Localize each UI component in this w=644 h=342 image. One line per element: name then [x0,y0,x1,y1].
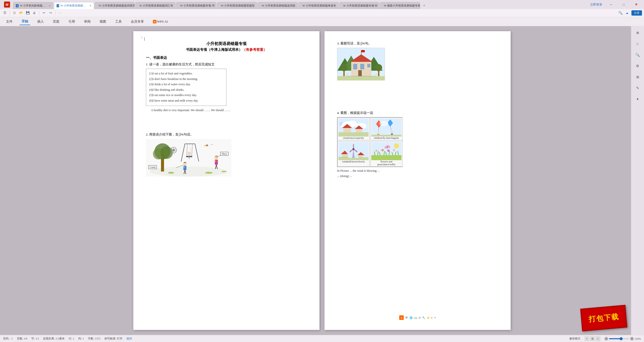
settings-info: 设置距离: 2.5厘米 [43,337,65,340]
sidebar-icon-5[interactable]: ⊞ [633,72,642,81]
ribbon-tab-insert[interactable]: 插入 [35,18,46,25]
zoom-slider-thumb[interactable] [620,337,623,340]
ribbon-tab-ai[interactable]: AI WPS AI [151,19,170,25]
window-controls: 立即登录 ─ □ ✕ [588,0,644,9]
svg-point-28 [160,146,173,159]
zoom-slider[interactable] [609,338,629,339]
cloud-sync-icon[interactable]: ☁ [626,11,628,15]
q4-grid: clouds/move/quickly [337,117,403,167]
grid-cell-1: clouds/move/quickly [337,117,370,140]
grid-cell-3: windmill/move/slowly [337,141,370,167]
ribbon-tab-home[interactable]: 开始 [20,18,30,25]
view-mode: 兼容模式 [569,337,580,340]
search-icon[interactable]: 🔍 [618,11,623,15]
tab-4[interactable]: W W 小升初英语易错题词汇专 ✕ [135,2,176,9]
q4-title: 4. 看图，根据提示说一说 [337,111,498,115]
word-count: 字数: 1372 [88,337,100,340]
svg-rect-121 [358,157,369,158]
open-icon[interactable]: 📂 [18,10,24,16]
ribbon-tab-reference[interactable]: 引用 [66,18,77,25]
sidebar-icon-7[interactable]: ♦ [633,95,642,104]
tab-9[interactable]: W W 小升初英语易错题专项·补 ✕ [339,2,379,9]
svg-rect-80 [337,76,385,80]
row-info: 列: 1 [78,337,84,340]
zoom-in-button[interactable]: + [630,337,634,340]
svg-line-35 [181,144,185,161]
tab-6[interactable]: W W 小升初英语易错题型题型 ✕ [217,2,257,9]
zoom-level: 110% [635,337,641,340]
grid-cell-4: flowers and grass/dance/softly [370,141,403,167]
view-btn-1[interactable]: ≡ [584,336,589,341]
ribbon-tab-review[interactable]: 审阅 [82,18,93,25]
drag-handle: ⠿ [141,36,143,39]
print-icon[interactable]: 🖨 [31,10,37,16]
section-info: 节: 1/1 [31,337,39,340]
total-pages: 页数: 1/8 [17,337,27,340]
tab-7[interactable]: W W 小升初英语易错题连词组 ✕ [258,2,298,9]
sidebar-icon-6[interactable]: ✎ [633,83,642,93]
sidebar-icon-1[interactable]: ⊕ [633,28,642,37]
svg-line-39 [192,144,192,156]
login-button[interactable]: 立即登录 [588,3,604,7]
sidebar-icon-3[interactable]: 🔍 [633,50,642,59]
choice-box: (1)I eat a lot of fruit and vegetables. … [146,69,226,106]
svg-text:W: W [16,5,18,7]
svg-rect-119 [338,158,369,160]
ribbon-tab-file[interactable]: 文件 [4,18,15,25]
more-tools-icon[interactable]: ⋯ [58,10,63,16]
view-btn-2[interactable]: ⊞ [590,336,595,341]
svg-rect-72 [361,50,365,52]
undo-icon[interactable]: ↩ [41,10,47,16]
sidebar-icon-2[interactable]: ☆ [633,39,642,48]
view-buttons: ≡ ⊞ □ [584,336,600,341]
q1-prompt: A healthy diet is very important. We sho… [146,108,307,112]
svg-point-45 [206,144,208,146]
q4-prompt-2: ... (doing) ... [337,174,498,178]
maximize-button[interactable]: □ [618,1,629,8]
tab-1[interactable]: W W 小升初光影错题专项 ✕ [13,2,53,9]
download-badge[interactable]: 打包下载 [580,305,627,331]
svg-point-74 [346,73,348,75]
svg-point-136 [382,150,383,151]
tab-8[interactable]: W W 小升初英语易错题单选专 ✕ [298,2,339,9]
svg-line-38 [187,144,187,156]
page-number: 页码：1 [3,337,13,340]
share-icon[interactable]: 分享 [631,10,642,16]
svg-rect-120 [338,157,348,158]
q4-prompt-1: In Picture ... the wind is blowing ... [337,169,498,173]
ribbon-tab-page[interactable]: 页面 [51,18,61,25]
choice-5: (5)I eat some rice or noodles every day. [149,93,223,98]
right-sidebar: ⊕ ☆ 🔍 ⚙ ⊞ ✎ ♦ [631,26,644,335]
redo-icon[interactable]: ↪ [48,10,53,16]
svg-rect-69 [358,70,362,77]
ribbon-tab-tools[interactable]: 工具 [113,18,124,25]
toolbar-separator-3 [55,11,56,15]
close-button[interactable]: ✕ [630,1,642,8]
toolbar-separator-2 [39,11,39,15]
tab-10[interactable]: W W 最新小升初英语易错题专项 ✕ [380,2,420,9]
tab-5[interactable]: W W 小升初英语易错题专项·书 ✕ [176,2,216,9]
view-btn-3[interactable]: □ [595,336,600,341]
text-cursor [144,37,145,41]
ribbon-tab-view[interactable]: 视图 [98,18,108,25]
page-subtitle: 书面表达专项（牛津上海版试用本）（有参考答案） [146,48,307,52]
tab-2[interactable]: W W 小升初英语易错题专项 ✕ [54,2,94,9]
new-doc-icon[interactable]: 🗋 [12,10,17,16]
zoom-out-button[interactable]: - [605,337,608,340]
svg-point-105 [379,121,388,126]
svg-rect-66 [353,64,357,69]
tab-3[interactable]: W W 小升初英语易错题选词填空专 ✕ [95,2,135,9]
menu-icon[interactable]: ☰ [2,10,8,16]
proofread[interactable]: 校对 [127,337,132,340]
svg-text:W: W [57,5,59,7]
svg-rect-53 [183,166,186,170]
ribbon-tab-member[interactable]: 会员专享 [129,18,146,25]
new-tab-button[interactable]: + [421,2,428,9]
sidebar-icon-4[interactable]: ⚙ [633,61,642,70]
right-page: 3. 看图写话，至少6句。 [325,31,511,330]
svg-text:W: W [6,3,9,7]
minimize-button[interactable]: ─ [605,1,617,8]
ribbon: 文件 开始 插入 页面 引用 审阅 视图 工具 会员专享 AI WPS AI [0,17,644,26]
question-3-block: 3. 看图写话，至少6句。 [337,41,498,80]
save-icon[interactable]: 💾 [25,10,30,16]
